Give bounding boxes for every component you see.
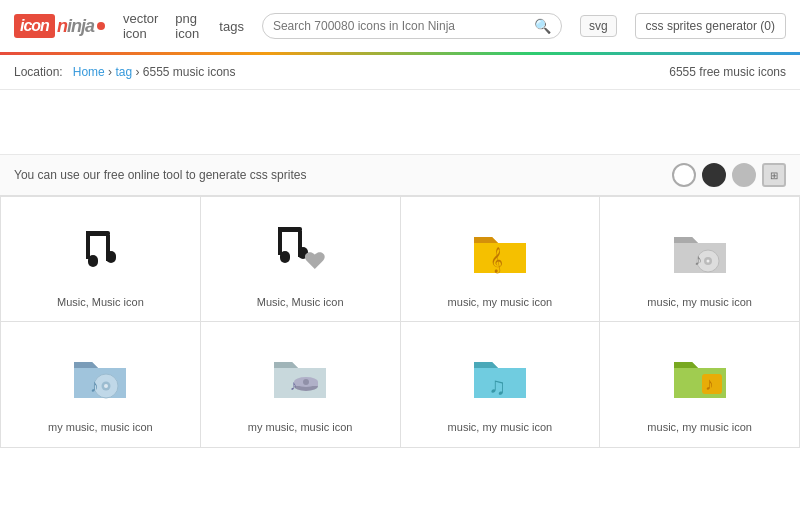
icon-cell-3[interactable]: ♪ music, my music icon bbox=[600, 197, 800, 322]
banner-area bbox=[0, 90, 800, 155]
nav-vector-icon[interactable]: vector icon bbox=[123, 11, 161, 41]
icon-image-6: ♫ bbox=[464, 340, 536, 412]
view-controls: ⊞ bbox=[672, 163, 786, 187]
location-prefix: Location: bbox=[14, 65, 63, 79]
search-area: 🔍 bbox=[262, 13, 562, 39]
icon-label-3: music, my music icon bbox=[647, 295, 752, 309]
logo-ninja-text: ninja bbox=[57, 16, 94, 37]
icon-cell-6[interactable]: ♫ music, my music icon bbox=[401, 322, 601, 447]
icon-image-5: ♪ bbox=[264, 340, 336, 412]
logo[interactable]: icon ninja bbox=[14, 14, 105, 38]
search-wrap: 🔍 bbox=[262, 13, 562, 39]
svg-point-22 bbox=[303, 379, 309, 385]
icon-label-7: music, my music icon bbox=[647, 420, 752, 434]
logo-icon-text: icon bbox=[14, 14, 55, 38]
icon-label-1: Music, Music icon bbox=[257, 295, 344, 309]
view-compact-button[interactable] bbox=[732, 163, 756, 187]
breadcrumb-current: 6555 music icons bbox=[143, 65, 236, 79]
icon-image-1 bbox=[264, 215, 336, 287]
search-icon: 🔍 bbox=[534, 18, 551, 34]
svg-text:♪: ♪ bbox=[290, 378, 297, 393]
icon-cell-7[interactable]: ♪ music, my music icon bbox=[600, 322, 800, 447]
svg-text:𝄞: 𝄞 bbox=[489, 247, 502, 274]
svg-text:♫: ♫ bbox=[488, 373, 506, 399]
search-input[interactable] bbox=[273, 19, 534, 33]
icon-label-2: music, my music icon bbox=[448, 295, 553, 309]
view-list-button[interactable] bbox=[672, 163, 696, 187]
svg-text:♪: ♪ bbox=[705, 374, 714, 394]
logo-dot bbox=[97, 22, 105, 30]
main-nav: vector icon png icon tags bbox=[123, 11, 244, 41]
icon-image-4: ♪ bbox=[64, 340, 136, 412]
svg-point-17 bbox=[104, 384, 108, 388]
breadcrumb: Location: Home › tag › 6555 music icons bbox=[14, 65, 236, 79]
toolbar-bar: You can use our free online tool to gene… bbox=[0, 155, 800, 196]
svg-badge[interactable]: svg bbox=[580, 15, 617, 37]
icon-cell-2[interactable]: 𝄞 music, my music icon bbox=[401, 197, 601, 322]
breadcrumb-tag[interactable]: tag bbox=[115, 65, 132, 79]
icon-image-0 bbox=[64, 215, 136, 287]
icon-label-6: music, my music icon bbox=[448, 420, 553, 434]
icon-image-2: 𝄞 bbox=[464, 215, 536, 287]
icon-cell-5[interactable]: ♪ my music, music icon bbox=[201, 322, 401, 447]
view-tiles-button[interactable]: ⊞ bbox=[762, 163, 786, 187]
breadcrumb-home[interactable]: Home bbox=[73, 65, 105, 79]
css-sprites-button[interactable]: css sprites generator (0) bbox=[635, 13, 786, 39]
toolbar-text: You can use our free online tool to gene… bbox=[14, 168, 306, 182]
icon-label-4: my music, music icon bbox=[48, 420, 153, 434]
icon-image-7: ♪ bbox=[664, 340, 736, 412]
svg-point-13 bbox=[706, 260, 709, 263]
icon-cell-1[interactable]: Music, Music icon bbox=[201, 197, 401, 322]
icon-cell-0[interactable]: Music, Music icon bbox=[1, 197, 201, 322]
icon-count-label: 6555 free music icons bbox=[669, 65, 786, 79]
icon-image-3: ♪ bbox=[664, 215, 736, 287]
svg-rect-4 bbox=[106, 251, 116, 263]
nav-tags[interactable]: tags bbox=[219, 19, 244, 34]
icon-label-0: Music, Music icon bbox=[57, 295, 144, 309]
icons-grid: Music, Music icon Music, Music icon bbox=[0, 196, 800, 448]
icon-label-5: my music, music icon bbox=[248, 420, 353, 434]
nav-png-icon[interactable]: png icon bbox=[175, 11, 205, 41]
view-grid-button[interactable] bbox=[702, 163, 726, 187]
svg-text:♪: ♪ bbox=[90, 376, 99, 396]
svg-text:♪: ♪ bbox=[694, 251, 702, 268]
breadcrumb-sep2: › bbox=[135, 65, 142, 79]
breadcrumb-bar: Location: Home › tag › 6555 music icons … bbox=[0, 55, 800, 90]
header: icon ninja vector icon png icon tags 🔍 s… bbox=[0, 0, 800, 55]
icon-cell-4[interactable]: ♪ my music, music icon bbox=[1, 322, 201, 447]
